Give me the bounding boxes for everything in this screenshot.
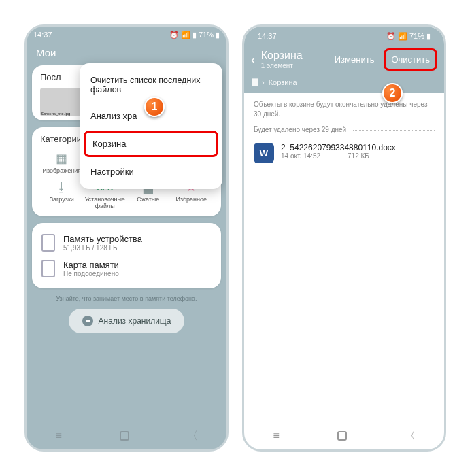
alarm-icon: ⏰ (386, 32, 396, 41)
pie-chart-icon (82, 316, 93, 326)
nav-bar: ≡ 〈 (27, 422, 226, 449)
page-title-partial: Мои (27, 43, 226, 58)
status-bar: 14:37 ⏰ 📶 ▮ 71% ▮ (27, 27, 226, 43)
callout-1: 1 (144, 97, 165, 117)
nav-recents-icon[interactable]: ≡ (273, 430, 279, 442)
thumb[interactable]: Screens_me.jpg (40, 88, 82, 116)
nav-home-icon[interactable] (337, 431, 347, 441)
menu-trash[interactable]: Корзина (84, 131, 218, 157)
file-size: 712 КБ (348, 152, 369, 160)
edit-button[interactable]: Изменить (331, 52, 379, 67)
clear-button[interactable]: Очистить (384, 48, 437, 71)
battery-icon: ▮ (426, 32, 431, 41)
trash-header: 14:37 ⏰ 📶 71% ▮ ‹ Корзина 1 элемент Изме… (244, 27, 444, 93)
battery-text: 71% (409, 32, 424, 40)
status-icons: ⏰ 📶 ▮ 71% ▮ (169, 31, 220, 39)
file-row[interactable]: W 2_5422620799334880110.docx 14 окт. 14:… (244, 137, 444, 169)
cat-downloads[interactable]: ⭳Загрузки (40, 178, 84, 209)
battery-icon: ▮ (216, 31, 220, 39)
callout-2: 2 (382, 83, 403, 103)
delete-group-label: Будет удалено через 29 дней (244, 126, 444, 137)
nav-recents-icon[interactable]: ≡ (55, 430, 61, 442)
battery-text: 71% (199, 31, 214, 39)
device-storage-icon (41, 234, 55, 252)
file-name: 2_5422620799334880110.docx (281, 143, 396, 152)
folder-icon: ▇ (252, 78, 258, 86)
wifi-icon: 📶 (181, 31, 190, 39)
trash-count: 1 элемент (261, 62, 325, 69)
analyze-storage-button[interactable]: Анализ хранилища (69, 309, 184, 333)
wifi-icon: 📶 (398, 32, 407, 41)
trash-title: Корзина (261, 50, 325, 62)
phone-right: 14:37 ⏰ 📶 71% ▮ ‹ Корзина 1 элемент Изме… (242, 24, 446, 452)
storage-device[interactable]: Память устройства51,93 ГБ / 128 ГБ (40, 230, 213, 256)
signal-icon: ▮ (192, 31, 197, 39)
sd-card-icon (41, 260, 55, 277)
word-doc-icon: W (254, 143, 274, 163)
alarm-icon: ⏰ (169, 31, 179, 39)
image-icon: ▦ (40, 150, 84, 167)
status-time: 14:37 (33, 31, 52, 39)
overflow-menu: Очистить список последних файлов Анализ … (80, 63, 222, 189)
menu-settings[interactable]: Настройки (80, 158, 222, 185)
file-date: 14 окт. 14:52 (281, 152, 320, 160)
storage-sd[interactable]: Карта памятиНе подсоединено (40, 256, 213, 282)
nav-back-icon[interactable]: 〈 (405, 429, 416, 443)
cat-images[interactable]: ▦Изображения (40, 150, 84, 174)
storage-card: Память устройства51,93 ГБ / 128 ГБ Карта… (32, 223, 221, 288)
breadcrumb: ▇ › Корзина (251, 71, 437, 86)
status-icons: ⏰ 📶 71% ▮ (386, 32, 431, 41)
status-time: 14:37 (258, 32, 277, 40)
download-icon: ⭳ (40, 178, 84, 196)
back-button[interactable]: ‹ (251, 52, 256, 67)
phone-left: 14:37 ⏰ 📶 ▮ 71% ▮ Мои Посл Screens_me.jp… (24, 24, 229, 452)
nav-back-icon[interactable]: 〈 (187, 429, 198, 443)
nav-home-icon[interactable] (120, 431, 129, 441)
trash-notice: Объекты в корзине будут окончательно уда… (244, 93, 444, 126)
nav-bar: ≡ 〈 (244, 422, 444, 449)
storage-hint: Узнайте, что занимает место в памяти тел… (27, 295, 226, 302)
